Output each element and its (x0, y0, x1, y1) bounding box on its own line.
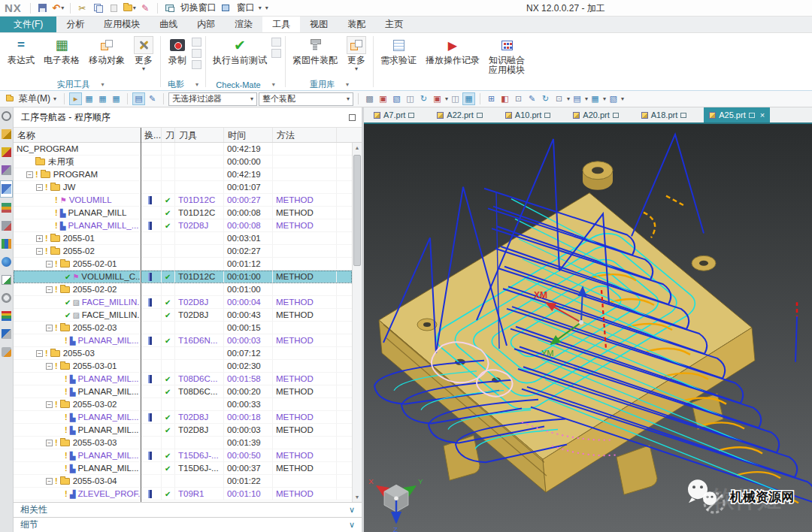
menu-button[interactable]: 菜单(M) ▾ (3, 92, 59, 105)
chevron-down-icon[interactable]: ▾ (195, 81, 198, 88)
column-header-1[interactable]: 换... (141, 128, 162, 142)
chevron-down-icon[interactable]: ▾ (259, 5, 262, 11)
paste-button[interactable] (108, 2, 120, 14)
more-reuse-button[interactable]: 更多▾ (342, 35, 371, 73)
collapse-icon[interactable]: − (46, 401, 53, 408)
table-row[interactable]: !▙PLANAR_MIL...✔T02D8J00:00:03METHOD (14, 424, 352, 437)
interpart-select-icon[interactable]: ▤ (132, 92, 145, 105)
shaded-cube-icon[interactable]: ▦ (462, 92, 475, 105)
menu-tab-3[interactable]: 曲线 (150, 17, 187, 32)
palettes-button[interactable] (2, 311, 11, 321)
part-navigator-button[interactable] (2, 165, 11, 175)
qat-customize-icon[interactable]: ▾ (265, 5, 268, 11)
table-row[interactable]: !▙PLANAR_MIL...✔T16D6N...00:00:03METHOD (14, 334, 352, 347)
table-row[interactable]: −!2055-02-0100:01:12 (14, 258, 352, 271)
appearance-icon[interactable]: ▤ (571, 92, 583, 105)
collapse-icon[interactable]: − (46, 325, 53, 331)
expression-button[interactable]: =表达式 (3, 35, 39, 67)
table-row[interactable]: !▙PLANAR_MIL...✔T15D6J-...00:00:50METHOD (14, 449, 352, 462)
machine-tool-navigator-button[interactable] (2, 221, 11, 231)
selection-filter-combo[interactable]: 无选择过滤器 ▾ (168, 92, 257, 106)
column-divider[interactable] (141, 128, 141, 502)
table-row[interactable]: !▙PLANAR_MILL✔T01D12C00:00:08METHOD (14, 207, 352, 219)
table-row[interactable]: −!2055-02-0300:00:15 (14, 322, 352, 334)
column-header-4[interactable]: 时间 (224, 128, 273, 142)
sketch-icon[interactable]: ↻ (417, 92, 430, 105)
reuse-library-button[interactable] (2, 239, 11, 249)
movie-option-icon-1[interactable] (192, 38, 201, 47)
table-row[interactable]: −!2055-0200:02:27 (14, 245, 352, 258)
knowledge-fusion-button[interactable]: 知识融合 应用模块 (484, 35, 529, 77)
scroll-up-icon[interactable]: ▲ (353, 143, 362, 153)
menu-tab-9[interactable]: 主页 (375, 17, 413, 32)
table-row[interactable]: −!PROGRAM00:42:19 (14, 168, 352, 181)
move-object-button[interactable]: 移动对象 (84, 35, 129, 67)
table-row[interactable]: +!2055-0100:03:01 (14, 232, 352, 245)
requirement-button[interactable]: 需求验证 (376, 35, 421, 67)
copy-button[interactable] (92, 2, 105, 14)
collapse-icon[interactable]: − (36, 184, 43, 191)
collapse-icon[interactable]: − (46, 363, 53, 370)
history-button[interactable] (2, 293, 11, 303)
visual-reports-button[interactable] (2, 329, 11, 339)
rect-bound-icon[interactable]: ▣ (431, 92, 444, 105)
undo-button[interactable]: ↶▾ (52, 2, 65, 14)
annotate-icon[interactable]: ✎ (526, 92, 538, 105)
vertical-scrollbar[interactable]: ▲ ▼ (352, 143, 362, 502)
table-row[interactable]: ✔▨FACE_MILLIN...✔T02D8J00:00:04METHOD (14, 296, 352, 309)
close-icon[interactable]: × (760, 110, 765, 119)
robot-teach-button[interactable] (2, 347, 11, 357)
switch-window-button[interactable]: 切换窗口 (180, 2, 217, 14)
details-section[interactable]: 细节 ∨ (14, 517, 362, 532)
table-row[interactable]: −!2055-03-0400:01:22 (14, 475, 352, 488)
refresh-icon[interactable]: ⊡ (512, 92, 525, 105)
column-header-3[interactable]: 刀具 (175, 128, 224, 142)
select-filter-icon[interactable]: ▸ (69, 92, 82, 105)
menu-tab-2[interactable]: 应用模块 (94, 17, 150, 32)
chevron-down-icon[interactable]: ▾ (445, 95, 448, 102)
part-tab-A7-prt[interactable]: A7.prt (368, 107, 420, 122)
assembly-constraints-icon[interactable]: ▩ (363, 92, 376, 105)
table-row[interactable]: !▙PLANAR_MIL...✔T02D8J00:00:18METHOD (14, 411, 352, 424)
table-row[interactable]: !▙PLANAR_MIL...✔T15D6J-...00:00:37METHOD (14, 462, 352, 475)
select-component-icon[interactable]: ▦ (96, 92, 109, 105)
chevron-down-icon[interactable]: ▾ (585, 95, 588, 102)
menu-tab-6[interactable]: 工具 (262, 17, 300, 32)
select-geometry-icon[interactable]: ▦ (110, 92, 123, 105)
collapse-icon[interactable]: − (36, 350, 43, 357)
movie-option-icon-2[interactable] (192, 49, 201, 58)
layers-icon[interactable]: ↻ (539, 92, 552, 105)
collapse-icon[interactable]: − (36, 248, 43, 255)
collapse-icon[interactable]: − (46, 286, 53, 293)
menu-tab-4[interactable]: 内部 (187, 17, 225, 32)
save-button[interactable] (36, 2, 49, 14)
constraint-navigator-button[interactable] (2, 147, 11, 157)
chevron-down-icon[interactable]: ▾ (621, 95, 624, 102)
checkmate-option-icon-1[interactable] (271, 38, 281, 47)
collapse-icon[interactable]: − (46, 261, 53, 268)
more-tools-button[interactable]: 更多▾ (129, 35, 158, 73)
record-button[interactable]: 录制 (163, 35, 192, 67)
fit-view-icon[interactable]: ⊞ (485, 92, 498, 105)
dependencies-section[interactable]: 相关性 ∨ (14, 502, 362, 517)
column-header-5[interactable]: 方法 (273, 128, 337, 142)
web-page-button[interactable] (2, 275, 11, 285)
part-tab-A25-prt[interactable]: A25.prt× (704, 107, 770, 122)
column-header-2[interactable]: 刀.. (162, 128, 175, 142)
movie-option-icon-3[interactable] (192, 60, 201, 69)
table-row[interactable]: !▙PLANAR_MIL...✔T08D6C...00:00:20METHOD (14, 385, 352, 398)
redline-button[interactable]: ✎ (139, 2, 152, 14)
collapse-icon[interactable]: − (46, 478, 53, 485)
move-component-icon[interactable]: ▣ (377, 92, 389, 105)
part-tab-A18-prt[interactable]: A18.prt (636, 107, 692, 122)
settings-gear-button[interactable] (2, 111, 11, 121)
run-test-button[interactable]: ✔执行当前测试 (208, 35, 271, 67)
table-row[interactable]: !▟ZLEVEL_PROF...✔T09R100:01:10METHOD (14, 488, 352, 500)
panel-maximize-icon[interactable] (349, 114, 356, 121)
table-row[interactable]: ✔⚑VOLUMILL_C...✔T01D12C00:01:00METHOD (14, 271, 352, 283)
3d-viewport[interactable]: XM YM X Y Z 软件姬 (364, 124, 812, 532)
column-header-0[interactable]: 名称 (14, 128, 141, 142)
table-row[interactable]: −!2055-0300:07:12 (14, 347, 352, 360)
chevron-down-icon[interactable]: ▾ (101, 81, 104, 88)
highlight-related-icon[interactable]: ▦ (83, 92, 95, 105)
